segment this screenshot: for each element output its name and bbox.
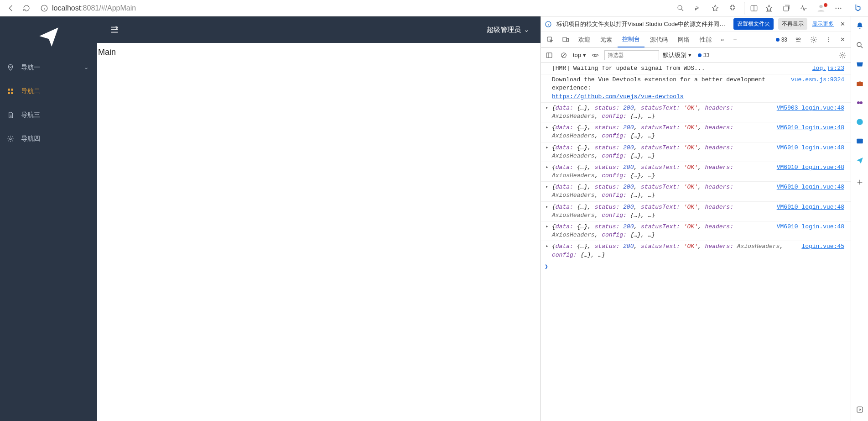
extensions-icon[interactable] [725,2,740,15]
console-object-row[interactable]: {data: {…}, status: 200, statusText: 'OK… [541,182,851,201]
show-more-link[interactable]: 显示更多 [812,20,834,28]
app-body: Main [97,43,541,421]
tab-console[interactable]: 控制台 [618,32,645,47]
console-object-row[interactable]: {data: {…}, status: 200, statusText: 'OK… [541,103,851,122]
sidebar-settings-icon[interactable] [855,405,865,415]
outlook-icon[interactable] [855,136,865,146]
inspect-element-icon[interactable] [543,32,557,47]
feedback-icon[interactable] [791,36,806,43]
log-source-link[interactable]: VM5903 login.vue:48 [777,104,844,112]
console-input[interactable] [541,261,851,272]
back-button[interactable] [5,2,17,15]
svg-point-9 [819,5,822,8]
sidebar-toggle-icon[interactable] [544,50,555,61]
address-bar[interactable]: localhost:8081/#/AppMain [40,4,136,12]
context-selector[interactable]: top ▾ [573,52,586,58]
tab-welcome[interactable]: 欢迎 [574,32,595,47]
tab-network[interactable]: 网络 [673,32,694,47]
app-logo [0,16,97,56]
svg-rect-25 [8,89,10,91]
svg-rect-26 [11,89,13,91]
read-aloud-icon[interactable] [690,2,706,15]
log-source-link[interactable]: login.vue:45 [801,242,844,251]
log-source-link[interactable]: vue.esm.js:9324 [791,76,844,84]
set-root-button[interactable]: 设置根文件夹 [733,18,774,30]
gear-icon [6,135,15,142]
site-info-icon[interactable] [40,4,48,12]
log-object: {data: {…}, status: 200, statusText: 'OK… [552,223,772,239]
caret-down-icon: ▾ [583,52,586,58]
hidden-messages-count[interactable]: 33 [695,52,712,58]
chevron-down-icon: ⌄ [524,26,530,34]
app-main: 超级管理员 ⌄ Main [97,16,541,421]
send-icon[interactable] [855,155,865,165]
console-object-row[interactable]: {data: {…}, status: 200, statusText: 'OK… [541,122,851,142]
svg-rect-40 [567,38,569,42]
live-expression-icon[interactable] [590,50,601,61]
nav-item-1[interactable]: 导航一 ⌄ [0,56,97,79]
page-title: Main [98,47,116,57]
issues-count[interactable]: 33 [773,37,790,43]
console-settings-icon[interactable] [837,50,848,61]
games-icon[interactable] [855,98,865,108]
clear-console-icon[interactable] [558,50,569,61]
log-source-link[interactable]: VM6010 login.vue:48 [777,124,844,132]
briefcase-icon[interactable] [855,79,865,89]
bell-icon[interactable] [855,21,865,31]
console-object-row[interactable]: {data: {…}, status: 200, statusText: 'OK… [541,142,851,162]
profile-avatar[interactable] [813,2,829,15]
more-tabs-icon[interactable]: » [717,32,728,47]
nav-item-4[interactable]: 导航四 [0,127,97,151]
app-root: 导航一 ⌄ 导航二 导航三 导航四 [0,16,541,421]
close-devtools-icon[interactable]: ✕ [837,36,849,43]
add-panel-icon[interactable] [855,177,865,187]
console-object-row[interactable]: {data: {…}, status: 200, statusText: 'OK… [541,241,851,261]
log-source-link[interactable]: VM6010 login.vue:48 [777,144,844,152]
sidebar-toggle-button[interactable] [108,23,121,36]
shopping-icon[interactable] [855,59,865,69]
filter-input[interactable] [604,50,659,60]
edge-logo-icon[interactable] [855,117,865,127]
svg-point-12 [840,7,841,8]
zoom-icon[interactable] [673,2,688,15]
favorites-hub-icon[interactable] [761,2,777,15]
favorite-icon[interactable] [707,2,723,15]
search-side-icon[interactable] [855,40,865,50]
collections-icon[interactable] [779,2,794,15]
tab-performance[interactable]: 性能 [695,32,716,47]
add-tab-icon[interactable]: ＋ [728,32,742,47]
split-screen-icon[interactable] [744,2,759,15]
more-menu-icon[interactable] [831,2,846,15]
user-dropdown[interactable]: 超级管理员 ⌄ [487,26,530,34]
never-show-button[interactable]: 不再显示 [778,18,807,30]
nav-item-2[interactable]: 导航二 [0,79,97,103]
log-level-selector[interactable]: 默认级别 ▾ [663,51,691,59]
app-nav: 导航一 ⌄ 导航二 导航三 导航四 [0,56,97,151]
log-source-link[interactable]: log.js:23 [812,64,844,73]
nav-item-3[interactable]: 导航三 [0,103,97,127]
tab-sources[interactable]: 源代码 [645,32,672,47]
console-log-row: Download the Vue Devtools extension for … [541,74,851,103]
performance-icon[interactable] [796,2,811,15]
kebab-menu-icon[interactable] [822,37,836,43]
console-output[interactable]: [HMR] Waiting for update signal from WDS… [541,63,851,421]
app-sidebar: 导航一 ⌄ 导航二 导航三 导航四 [0,16,97,421]
console-object-row[interactable]: {data: {…}, status: 200, statusText: 'OK… [541,162,851,182]
svg-point-18 [857,119,863,125]
console-object-row[interactable]: {data: {…}, status: 200, statusText: 'OK… [541,202,851,221]
close-icon[interactable]: ✕ [838,21,847,27]
log-source-link[interactable]: VM6010 login.vue:48 [777,163,844,172]
bing-chat-button[interactable] [850,1,866,15]
log-source-link[interactable]: VM6010 login.vue:48 [777,183,844,191]
device-toggle-icon[interactable] [558,32,573,47]
svg-point-51 [594,54,596,56]
reload-button[interactable] [20,2,33,15]
vue-devtools-link[interactable]: https://github.com/vuejs/vue-devtools [552,93,684,100]
address-url: localhost:8081/#/AppMain [52,4,136,12]
settings-icon[interactable] [806,36,821,43]
console-object-row[interactable]: {data: {…}, status: 200, statusText: 'OK… [541,221,851,241]
devtools-tabs: 欢迎 元素 控制台 源代码 网络 性能 » ＋ 33 ✕ [541,32,851,47]
tab-elements[interactable]: 元素 [596,32,617,47]
log-source-link[interactable]: VM6010 login.vue:48 [777,203,844,211]
log-source-link[interactable]: VM6010 login.vue:48 [777,223,844,231]
